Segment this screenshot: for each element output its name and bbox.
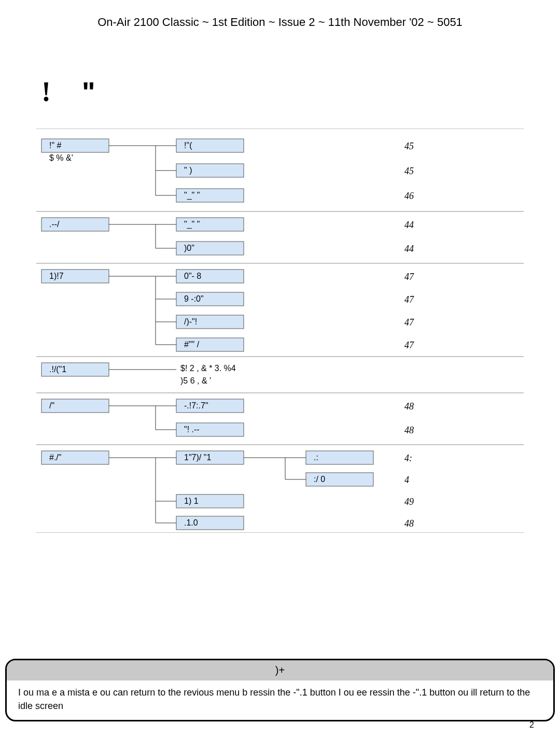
section-title-glyphs: ! " (41, 76, 524, 108)
svg-text:/": /" (49, 401, 54, 410)
svg-text:1) 1: 1) 1 (184, 497, 199, 505)
svg-text:49: 49 (404, 497, 414, 507)
svg-text:47: 47 (404, 294, 414, 305)
svg-text:4: 4 (404, 475, 409, 485)
svg-text:45: 45 (404, 166, 414, 176)
svg-text:44: 44 (404, 244, 414, 254)
svg-text:#"" /: #"" / (184, 340, 200, 349)
svg-text:0"- 8: 0"- 8 (184, 272, 201, 280)
page-header: On-Air 2100 Classic ~ 1st Edition ~ Issu… (36, 16, 524, 29)
svg-text:/)-"!: /)-"! (184, 317, 197, 326)
svg-text:!"(: !"( (184, 141, 192, 150)
svg-text:)5                    6   ,   : )5 6 , & ' (180, 376, 211, 385)
svg-text:47: 47 (404, 272, 414, 282)
svg-text:.:: .: (314, 453, 318, 462)
svg-text:.--/: .--/ (49, 220, 60, 229)
svg-text:46: 46 (404, 191, 414, 201)
svg-text:.1.0: .1.0 (184, 518, 198, 527)
glyph-b: " (82, 76, 95, 108)
svg-text:48: 48 (404, 518, 414, 529)
svg-text:$   %  &': $ % &' (49, 153, 73, 162)
svg-text:"_" ": "_" " (184, 191, 200, 200)
diagram-area: *+, !" # $ % &' !"( 45 " ) 45 "_" " 46 .… (36, 129, 524, 533)
note-heading: )+ (7, 660, 553, 681)
note-box: )+ I ou ma e a mista e ou can return to … (5, 659, 555, 721)
svg-text:"!   .--: "! .-- (184, 425, 200, 434)
glyph-a: ! (41, 76, 51, 108)
svg-text:!" #: !" # (49, 141, 62, 150)
svg-text:#./": #./" (49, 453, 61, 462)
svg-text:.!/("1: .!/("1 (49, 365, 66, 374)
svg-text:"_" ": "_" " (184, 220, 200, 229)
svg-text:" ): " ) (184, 166, 192, 175)
svg-text:4:: 4: (404, 453, 412, 463)
svg-text:47: 47 (404, 340, 414, 350)
svg-text:-.!7:.7": -.!7:.7" (184, 401, 208, 410)
page-number: 2 (529, 720, 534, 730)
svg-text:9 -:0": 9 -:0" (184, 294, 204, 303)
svg-text:$!   2   ,     & *    3.      : $! 2 , & * 3. %4 (180, 364, 236, 373)
svg-text:48: 48 (404, 425, 414, 435)
svg-text::/  0: :/ 0 (314, 475, 325, 484)
svg-text:44: 44 (404, 220, 414, 230)
svg-text:)0": )0" (184, 244, 194, 252)
svg-text:1)!7: 1)!7 (49, 272, 64, 280)
svg-text:48: 48 (404, 401, 414, 412)
note-body: I ou ma e a mista e ou can return to the… (7, 681, 553, 713)
svg-text:47: 47 (404, 317, 414, 328)
svg-text:1"7)/ "1: 1"7)/ "1 (184, 453, 211, 462)
svg-text:45: 45 (404, 141, 414, 151)
